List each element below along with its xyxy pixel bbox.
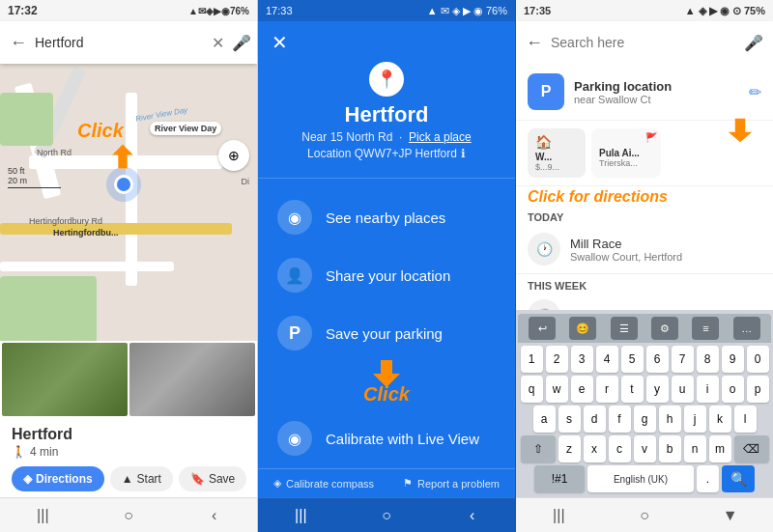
- kb-key-2[interactable]: 2: [546, 346, 568, 373]
- nav-back-icon[interactable]: ‹: [204, 505, 225, 526]
- clear-icon-1[interactable]: ✕: [212, 34, 224, 52]
- nav-home-icon-2[interactable]: ○: [376, 505, 397, 526]
- kb-key-5[interactable]: 5: [621, 346, 644, 373]
- kb-key-i[interactable]: i: [697, 376, 719, 403]
- calibrate-icon: ◉: [277, 421, 312, 456]
- kb-key-search[interactable]: 🔍: [722, 465, 755, 492]
- card-2-name: Pula Ai...: [599, 148, 653, 158]
- kb-icon-sticker[interactable]: ☰: [611, 317, 638, 340]
- kb-key-q[interactable]: q: [521, 376, 543, 403]
- nav-menu-icon[interactable]: |||: [32, 505, 53, 526]
- kb-key-space[interactable]: English (UK): [587, 465, 694, 492]
- nav-down-icon-3[interactable]: ▼: [720, 505, 741, 526]
- week-section-label: THIS WEEK: [516, 274, 773, 294]
- kb-key-8[interactable]: 8: [697, 346, 719, 373]
- menu-item-share[interactable]: 👤 Share your location: [258, 246, 515, 304]
- compass-button[interactable]: ⊕: [218, 140, 249, 171]
- p2-pick-place-link[interactable]: Pick a place: [409, 130, 472, 144]
- back-icon-3[interactable]: ←: [526, 33, 543, 53]
- nav-home-icon-3[interactable]: ○: [634, 505, 655, 526]
- kb-key-7[interactable]: 7: [672, 346, 694, 373]
- kb-key-v[interactable]: v: [634, 435, 656, 462]
- kb-key-z[interactable]: z: [558, 435, 581, 462]
- nav-menu-icon-3[interactable]: |||: [548, 505, 569, 526]
- nav-bar-3: ||| ○ ▼: [516, 497, 773, 532]
- kb-key-6[interactable]: 6: [646, 346, 669, 373]
- kb-key-r[interactable]: r: [596, 376, 618, 403]
- report-problem-btn[interactable]: ⚑ Report a problem: [403, 477, 500, 490]
- road-label-north: North Rd: [37, 148, 72, 157]
- parking-sub: near Swallow Ct: [574, 94, 739, 105]
- card-2[interactable]: 🚩 Pula Ai... Trierska...: [591, 128, 661, 178]
- search-input-1[interactable]: [35, 35, 204, 50]
- walk-time: 4 min: [30, 445, 58, 459]
- start-button[interactable]: ▲ Start: [110, 466, 173, 491]
- kb-key-dot[interactable]: .: [697, 465, 719, 492]
- kb-key-p[interactable]: p: [747, 376, 769, 403]
- kb-key-0[interactable]: 0: [747, 346, 769, 373]
- kb-key-4[interactable]: 4: [596, 346, 618, 373]
- kb-key-m[interactable]: m: [709, 435, 731, 462]
- save-button[interactable]: 🔖 Save: [179, 466, 246, 491]
- kb-icon-settings[interactable]: ⚙: [651, 317, 678, 340]
- edit-icon-parking[interactable]: ✏: [749, 83, 761, 101]
- kb-key-d[interactable]: d: [584, 406, 606, 433]
- kb-key-1[interactable]: 1: [521, 346, 543, 373]
- kb-key-n[interactable]: n: [684, 435, 706, 462]
- mill-race-row[interactable]: 🕐 Mill Race Swallow Court, Hertford: [516, 225, 773, 274]
- map-area-1[interactable]: North Rd Hertingfordbury Rd River View D…: [0, 64, 257, 341]
- nav-home-icon[interactable]: ○: [118, 505, 139, 526]
- kb-key-j[interactable]: j: [684, 406, 706, 433]
- kb-key-t[interactable]: t: [621, 376, 644, 403]
- kb-row-numbers: 1 2 3 4 5 6 7 8 9 0: [518, 346, 771, 373]
- kb-key-f[interactable]: f: [609, 406, 631, 433]
- parking-location-row[interactable]: P Parking location near Swallow Ct ✏: [516, 64, 773, 121]
- kb-key-backspace[interactable]: ⌫: [734, 435, 769, 462]
- kb-key-g[interactable]: g: [634, 406, 656, 433]
- mic-icon-3[interactable]: 🎤: [744, 34, 763, 52]
- kb-key-9[interactable]: 9: [722, 346, 744, 373]
- kb-key-b[interactable]: b: [659, 435, 681, 462]
- p2-pin-icon: 📍: [369, 62, 404, 97]
- mic-icon-1[interactable]: 🎤: [232, 34, 251, 52]
- kb-icon-layout[interactable]: ≡: [692, 317, 719, 340]
- menu-item-nearby[interactable]: ◉ See nearby places: [258, 188, 515, 246]
- back-icon-1[interactable]: ←: [10, 33, 27, 53]
- kb-key-o[interactable]: o: [722, 376, 744, 403]
- share-icon: 👤: [277, 258, 312, 293]
- kb-icon-return[interactable]: ↩: [529, 317, 556, 340]
- kb-icon-emoji[interactable]: 😊: [569, 317, 596, 340]
- kb-key-shift[interactable]: ⇧: [521, 435, 556, 462]
- photo-1: [2, 343, 128, 416]
- kb-key-h[interactable]: h: [659, 406, 681, 433]
- search-bar-1[interactable]: ← ✕ 🎤: [0, 21, 257, 64]
- search-input-3[interactable]: [551, 35, 736, 50]
- menu-item-parking[interactable]: P Save your parking: [258, 304, 515, 362]
- walk-info: 🚶 4 min: [12, 445, 245, 459]
- search-bar-3[interactable]: ← 🎤: [516, 21, 773, 64]
- nav-back-icon-2[interactable]: ‹: [462, 505, 483, 526]
- close-icon-p2[interactable]: ✕: [272, 31, 288, 54]
- scale-label-ft: 50 ft: [8, 166, 61, 176]
- kb-key-w[interactable]: w: [546, 376, 568, 403]
- kb-key-c[interactable]: c: [609, 435, 631, 462]
- kb-key-special[interactable]: !#1: [534, 465, 585, 492]
- buntingford-row[interactable]: 🕐 Buntingford: [516, 294, 773, 310]
- kb-key-e[interactable]: e: [571, 376, 593, 403]
- kb-key-u[interactable]: u: [672, 376, 694, 403]
- kb-icon-more[interactable]: …: [733, 317, 760, 340]
- directions-button[interactable]: ◈ Directions: [12, 466, 104, 491]
- kb-key-s[interactable]: s: [558, 406, 581, 433]
- kb-key-l[interactable]: l: [734, 406, 757, 433]
- nav-menu-icon-2[interactable]: |||: [290, 505, 311, 526]
- card-2-sub: Trierska...: [599, 158, 653, 168]
- kb-key-3[interactable]: 3: [571, 346, 593, 373]
- calibrate-compass-btn[interactable]: ◈ Calibrate compass: [273, 477, 374, 490]
- kb-key-a[interactable]: a: [533, 406, 556, 433]
- kb-key-k[interactable]: k: [709, 406, 731, 433]
- kb-key-x[interactable]: x: [584, 435, 606, 462]
- card-1[interactable]: 🏠 W... $...9...: [528, 128, 586, 178]
- menu-item-calibrate[interactable]: ◉ Calibrate with Live View: [258, 409, 515, 467]
- kb-key-y[interactable]: y: [646, 376, 669, 403]
- map-controls[interactable]: ⊕ Di: [218, 140, 249, 186]
